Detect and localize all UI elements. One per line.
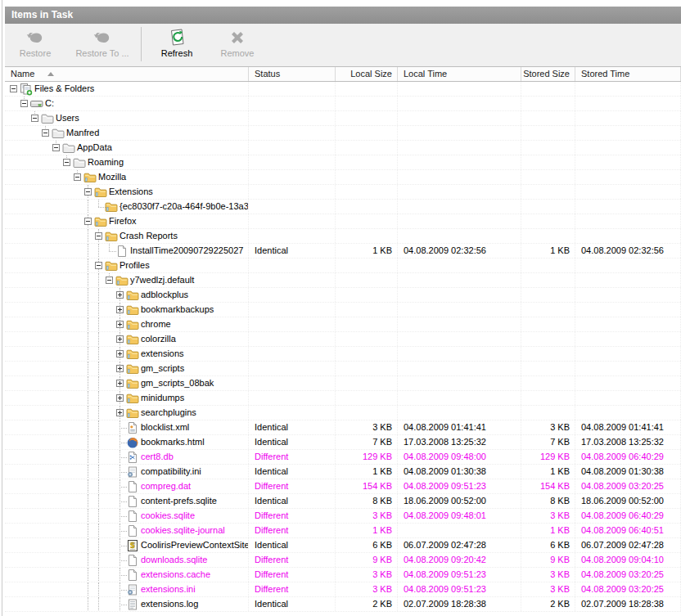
tree-row[interactable]: searchplugins [5,406,681,420]
tree-row[interactable]: cookies.sqliteDifferent3 KB04.08.2009 09… [5,509,681,524]
expand-box-icon[interactable] [116,335,124,343]
tree-row[interactable]: Roaming [5,155,681,170]
node-label: AppData [77,141,112,155]
expand-box-icon[interactable] [116,380,124,387]
tree-row[interactable]: C: [5,97,681,111]
collapse-box-icon[interactable] [84,218,92,225]
tree-row[interactable]: extensions.iniDifferent3 KB04.08.2009 09… [5,582,681,597]
restore-to-button[interactable]: Restore To ... [65,24,139,66]
status-cell: Different [249,582,336,596]
tree-row[interactable]: Crash Reports [5,229,681,244]
tree-row[interactable]: extensions.logIdentical2 KB02.07.2009 18… [5,597,681,612]
tree-row[interactable]: bookmarkbackups [5,303,681,317]
tree-row[interactable]: extensions.cacheDifferent3 KB04.08.2009 … [5,568,681,582]
tree-row[interactable]: compatibility.iniIdentical1 KB04.08.2009… [5,465,681,479]
tree-row[interactable]: SCoolirisPreviewContextSites...Identical… [5,538,681,553]
tree-row[interactable]: cert8.dbDifferent129 KB04.08.2009 09:48:… [5,450,681,465]
restore-button[interactable]: Restore [5,24,65,66]
tree-guide-line [88,435,88,449]
tree-row[interactable]: Manfred [5,126,681,141]
folder-yellow-icon [126,318,139,331]
tree-row[interactable]: gm_scripts [5,362,681,376]
collapse-box-icon[interactable] [95,232,102,240]
status-cell: Identical [249,244,336,258]
tree-row[interactable]: Files & Folders [5,82,681,97]
status-cell: Different [249,509,336,523]
folder-yellow-icon [94,215,107,228]
tree-row[interactable]: Mozilla [5,170,681,185]
tree-row[interactable]: bookmarks.htmlIdentical7 KB17.03.2008 13… [5,435,681,450]
tree-guide-line [88,465,88,479]
column-header-stored-size[interactable]: Stored Size [521,67,575,81]
local-time-cell [398,155,521,169]
stored-time-cell [575,170,681,184]
tree-row[interactable]: {ec8030f7-c20a-464f-9b0e-13a3... [5,200,681,214]
tree-row[interactable]: Firefox [5,214,681,229]
local-size-cell [336,259,398,272]
tree-guide-line [88,553,88,567]
tree-row[interactable]: chrome [5,317,681,332]
name-cell: Firefox [5,214,249,228]
tree-row[interactable]: Profiles [5,259,681,273]
tree-guide-line [88,479,88,493]
tree-guide-line [88,406,88,420]
tree-row[interactable]: blocklist.xmlIdentical3 KB04.08.2009 01:… [5,420,681,435]
tree-row[interactable]: cookies.sqlite-journalDifferent1 KB1 KB0… [5,524,681,538]
name-cell: minidumps [5,391,249,405]
toolbar: Restore Restore To ... Refresh Remove [5,24,681,66]
column-header-local-size-label: Local Size [350,67,392,81]
tree-row[interactable]: minidumps [5,391,681,406]
column-header-local-size[interactable]: Local Size [336,67,398,81]
stored-time-cell [575,141,681,155]
tree-row[interactable]: downloads.sqliteDifferent9 KB04.08.2009 … [5,553,681,568]
toolbar-separator [141,27,142,61]
local-time-cell [398,347,521,361]
column-header-status[interactable]: Status [249,67,336,81]
tree-row[interactable]: y7wedlzj.default [5,273,681,288]
tree-row[interactable]: Users [5,111,681,126]
collapse-box-icon[interactable] [10,85,17,92]
expand-box-icon[interactable] [116,394,124,402]
tree-row[interactable]: InstallTime20090729225027Identical1 KB04… [5,244,681,259]
stored-time-cell [575,82,681,96]
tree-row[interactable]: compreg.datDifferent154 KB04.08.2009 09:… [5,479,681,494]
tree-guide-line [88,259,88,272]
local-size-cell [336,111,398,125]
local-time-cell: 17.03.2008 13:25:32 [398,435,521,449]
collapse-box-icon[interactable] [20,100,28,107]
remove-button[interactable]: Remove [207,24,268,66]
name-cell: Crash Reports [5,229,249,243]
collapse-box-icon[interactable] [95,262,102,269]
collapse-box-icon[interactable] [84,188,92,196]
collapse-box-icon[interactable] [42,129,49,137]
expand-box-icon[interactable] [116,409,124,416]
tree-row[interactable]: content-prefs.sqliteIdentical8 KB18.06.2… [5,494,681,509]
collapse-box-icon[interactable] [31,115,38,122]
expand-box-icon[interactable] [116,306,124,313]
collapse-box-icon[interactable] [74,173,81,181]
local-size-cell [336,155,398,169]
expand-box-icon[interactable] [116,291,124,299]
tree-row[interactable]: colorzilla [5,332,681,347]
refresh-button[interactable]: Refresh [147,24,207,66]
collapse-box-icon[interactable] [106,277,113,284]
column-header-stored-time[interactable]: Stored Time [575,67,681,81]
local-time-cell: 04.08.2009 09:51:23 [398,582,521,596]
expand-box-icon[interactable] [116,350,124,357]
tree-row[interactable]: Extensions [5,185,681,200]
tree-row[interactable]: adblockplus [5,288,681,303]
status-cell: Identical [249,597,336,611]
node-label: gm_scripts [141,362,184,375]
expand-box-icon[interactable] [116,321,124,328]
tree-guide-line [98,420,99,434]
collapse-box-icon[interactable] [52,144,60,151]
name-cell: InstallTime20090729225027 [5,244,249,258]
column-header-local-time[interactable]: Local Time [398,67,521,81]
expand-box-icon[interactable] [116,365,124,372]
column-header-name[interactable]: Name [5,67,249,81]
name-cell: searchplugins [5,406,249,420]
tree-row[interactable]: AppData [5,141,681,155]
collapse-box-icon[interactable] [63,159,70,166]
tree-row[interactable]: extensions [5,347,681,362]
tree-row[interactable]: gm_scripts_08bak [5,376,681,391]
